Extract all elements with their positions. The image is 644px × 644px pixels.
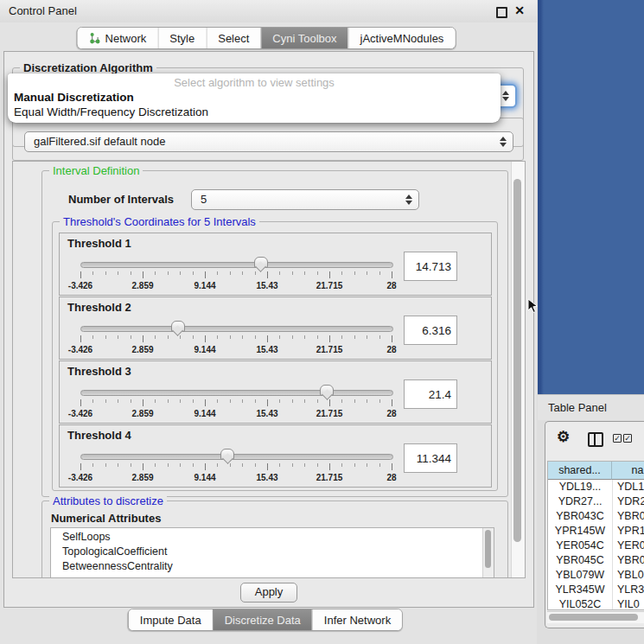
slider-thumb[interactable] [254,257,268,268]
combo-stepper-icon [502,91,509,101]
attribute-item[interactable]: SelfLoops [51,530,494,545]
scrollbar-thumb[interactable] [549,614,638,621]
cell-name[interactable]: YLR3 [613,583,644,597]
tick-label: -3.426 [68,473,92,482]
tab-select[interactable]: Select [206,28,260,48]
attribute-item[interactable]: BetweennessCentrality [51,559,494,574]
checkbox-icon[interactable]: ✓ [613,434,622,443]
tab-style[interactable]: Style [157,28,206,48]
slider-track[interactable] [80,390,393,396]
table-row[interactable]: YBL079WYBL0 [548,568,644,583]
slider-track[interactable] [80,326,393,332]
popup-hint: Select algorithm to view settings [8,76,501,89]
threshold-value-field[interactable]: 21.4 [404,379,457,409]
threshold-label: Threshold 2 [67,301,131,314]
cell-name[interactable]: YDL1 [613,480,644,494]
cell-shared-name[interactable]: YIL052C [548,597,613,610]
tab-jactivemnodules[interactable]: jActiveMNodules [348,28,456,48]
table-horizontal-scrollbar[interactable] [547,611,644,623]
threshold-slider[interactable]: -3.4262.8599.14415.4321.71528 [80,384,392,420]
slider-track[interactable] [80,262,393,268]
slider-thumb[interactable] [220,449,234,460]
table-data-combo[interactable]: galFiltered.sif default node [24,131,513,152]
tick-label: 9.144 [194,409,215,418]
table-row[interactable]: YDR27...YDR2 [548,494,644,509]
table-row[interactable]: YLR345WYLR3 [548,583,644,597]
cell-name[interactable]: YPR1 [613,524,644,539]
checkbox-icon[interactable]: ✓ [623,434,632,443]
attributes-list-scrollbar[interactable] [482,528,494,578]
cell-name[interactable]: YBL0 [613,568,644,583]
slider-ticks [80,399,392,407]
threshold-value-field[interactable]: 14.713 [404,252,457,281]
slider-thumb[interactable] [171,321,185,332]
tab-label: Impute Data [140,614,201,627]
table-row[interactable]: YBR043CYBR0 [548,509,644,524]
tick-label: -3.426 [68,345,92,354]
bottom-tab-bar: Impute DataDiscretize DataInfer Network [128,609,403,631]
popup-option[interactable]: Equal Width/Frequency Discretization [14,105,208,118]
cell-shared-name[interactable]: YBR043C [548,509,613,524]
settings-gear-icon[interactable]: ⚙ [557,429,570,446]
network-view-frame: GAL80GACGAL11GAL4GCY1HHAP2 [538,0,644,394]
tab-infer-network[interactable]: Infer Network [312,609,402,630]
threshold-slider[interactable]: -3.4262.8599.14415.4321.71528 [80,320,392,356]
table-row[interactable]: YIL052CYIL0 [548,597,644,610]
network-icon [89,32,101,44]
cell-shared-name[interactable]: YLR345W [548,583,613,597]
scrollbar-thumb[interactable] [485,530,491,568]
popup-option[interactable]: Manual Discretization [14,91,134,104]
tab-network[interactable]: Network [78,28,158,48]
cell-shared-name[interactable]: YER054C [548,539,613,553]
table-row[interactable]: YDL19...YDL1 [548,480,644,494]
tick-label: 9.144 [194,281,215,290]
tick-label: 15.43 [256,409,277,418]
threshold-slider[interactable]: -3.4262.8599.14415.4321.71528 [80,256,392,292]
threshold-slider[interactable]: -3.4262.8599.14415.4321.71528 [80,448,392,484]
cell-shared-name[interactable]: YBL079W [548,568,613,583]
apply-button[interactable]: Apply [240,583,297,603]
threshold-panel: Threshold 2 -3.4262.8599.14415.4321.7152… [59,296,492,360]
tab-impute-data[interactable]: Impute Data [129,609,213,630]
control-panel-titlebar: Control Panel ✕ [0,0,537,22]
thresholds-group-title: Threshold's Coordinates for 5 Intervals [60,215,259,228]
discretization-algorithm-title: Discretization Algorithm [20,61,156,74]
attributes-list[interactable]: SelfLoopsTopologicalCoefficientBetweenne… [50,527,494,578]
cell-name[interactable]: YDR2 [613,494,644,509]
tab-cyni-toolbox[interactable]: Cyni Toolbox [260,28,348,48]
cell-shared-name[interactable]: YPR145W [548,524,613,539]
attributes-group: Attributes to discretize Numerical Attri… [41,501,508,578]
column-header[interactable]: na [612,462,644,480]
close-icon[interactable]: ✕ [514,3,525,17]
cell-shared-name[interactable]: YDL19... [548,480,613,494]
column-chooser-icon[interactable] [588,432,603,447]
table-row[interactable]: YPR145WYPR1 [548,524,644,539]
tick-label: -3.426 [68,409,92,418]
threshold-value-field[interactable]: 6.316 [404,316,457,345]
table-row[interactable]: YBR045CYBR0 [548,553,644,568]
attribute-item[interactable]: TopologicalCoefficient [51,545,494,559]
tick-label: 9.144 [194,473,215,482]
scrollbar-thumb[interactable] [513,179,521,542]
tick-label: 21.715 [316,281,343,290]
cyni-toolbox-panel: Discretization Algorithm Table Data galF… [3,51,534,608]
tick-label: 21.715 [316,345,343,354]
cell-name[interactable]: YBR0 [613,509,644,524]
slider-track[interactable] [80,454,393,460]
node-table[interactable]: shared... na YDL19...YDL1YDR27...YDR2YBR… [547,461,644,610]
cell-shared-name[interactable]: YDR27... [548,494,613,509]
cell-name[interactable]: YBR0 [613,553,644,568]
tab-discretize-data[interactable]: Discretize Data [213,609,312,630]
settings-vertical-scrollbar[interactable] [511,162,525,577]
cell-name[interactable]: YER0 [613,539,644,553]
cell-name[interactable]: YIL0 [613,597,644,610]
column-header[interactable]: shared... [548,462,612,480]
table-row[interactable]: YER054CYER0 [548,539,644,553]
slider-thumb[interactable] [320,385,334,396]
number-of-intervals-combo[interactable]: 5 [191,189,419,210]
cell-shared-name[interactable]: YBR045C [548,553,613,568]
threshold-value-field[interactable]: 11.344 [404,443,457,473]
float-window-icon[interactable] [496,7,507,18]
threshold-label: Threshold 3 [67,365,131,378]
control-panel: Control Panel ✕ NetworkStyleSelectCyni T… [0,0,537,644]
